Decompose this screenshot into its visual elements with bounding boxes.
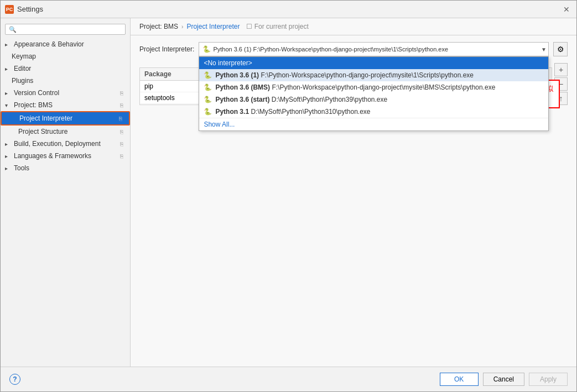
title-bar-left: PC Settings	[5, 5, 43, 14]
sidebar-item-project-bms[interactable]: ▾ Project: BMS ⎘	[1, 99, 130, 111]
copy-icon: ⎘	[120, 102, 123, 108]
interpreter-value: Python 3.6 (1) F:\Python-Workspace\pytho…	[213, 46, 448, 53]
panel-body: Project Interpreter: 🐍 Python 3.6 (1) F:…	[131, 35, 576, 367]
no-interp-label: <No interpreter>	[204, 59, 252, 67]
python-icon: 🐍	[204, 96, 212, 103]
interpreter-label: Project Interpreter:	[139, 45, 194, 53]
dropdown-option-python36-bms[interactable]: 🐍 Python 3.6 (BMS) F:\Python-Workspace\p…	[199, 81, 548, 93]
window-title: Settings	[17, 5, 43, 13]
app-icon: PC	[5, 5, 14, 14]
arrow-icon: ▸	[5, 90, 12, 96]
interpreter-dropdown[interactable]: 🐍 Python 3.6 (1) F:\Python-Workspace\pyt…	[199, 42, 549, 56]
dropdown-option-python31[interactable]: 🐍 Python 3.1 D:\MySoft\Python\Python310\…	[199, 106, 548, 118]
arrow-icon: ▸	[5, 153, 12, 159]
copy-icon: ⎘	[120, 141, 123, 147]
sidebar-item-build-execution[interactable]: ▸ Build, Execution, Deployment ⎘	[1, 138, 130, 150]
add-package-button[interactable]: +	[554, 63, 568, 76]
python-icon-selected: 🐍	[202, 45, 211, 53]
sidebar-item-editor[interactable]: ▸ Editor	[1, 62, 130, 75]
copy-icon: ⎘	[119, 116, 122, 122]
breadcrumb-separator: ›	[181, 24, 183, 30]
option-label: Python 3.1 D:\MySoft\Python\Python310\py…	[215, 108, 370, 116]
breadcrumb-current: Project Interpreter	[186, 23, 240, 30]
cancel-button[interactable]: Cancel	[483, 373, 524, 386]
copy-icon: ⎘	[120, 90, 123, 96]
arrow-icon: ▸	[5, 141, 12, 147]
dropdown-option-python36-1[interactable]: 🐍 Python 3.6 (1) F:\Python-Workspace\pyt…	[199, 69, 548, 81]
sidebar-item-project-interpreter[interactable]: Project Interpreter ⎘	[1, 111, 130, 126]
content-area: 🔍 ▸ Appearance & Behavior Keymap ▸ Edito…	[1, 18, 576, 367]
breadcrumb-sub: ☐ For current project	[246, 23, 308, 30]
sidebar-item-plugins[interactable]: Plugins	[1, 75, 130, 87]
option-label: Python 3.6 (start) D:\MySoft\Python\Pyth…	[215, 96, 387, 103]
sidebar-item-appearance[interactable]: ▸ Appearance & Behavior	[1, 38, 130, 50]
sidebar-item-version-control[interactable]: ▸ Version Control ⎘	[1, 87, 130, 99]
python-icon: 🐍	[204, 71, 212, 79]
sidebar-item-project-structure[interactable]: Project Structure ⎘	[1, 126, 130, 138]
breadcrumb-project: Project: BMS	[139, 23, 178, 30]
search-input[interactable]	[19, 25, 122, 33]
search-box[interactable]: 🔍	[5, 24, 126, 35]
interpreter-dropdown-container: 🐍 Python 3.6 (1) F:\Python-Workspace\pyt…	[199, 42, 549, 56]
copy-icon: ⎘	[120, 153, 123, 159]
search-icon: 🔍	[9, 26, 17, 33]
python-icon: 🐍	[204, 83, 212, 91]
python-icon: 🐍	[204, 108, 212, 116]
arrow-icon: ▸	[5, 41, 12, 48]
option-label: Python 3.6 (1) F:\Python-Workspace\pytho…	[215, 71, 474, 79]
sidebar-item-languages[interactable]: ▸ Languages & Frameworks ⎘	[1, 150, 130, 162]
copy-icon: ⎘	[120, 129, 123, 135]
expand-arrow-icon: ▾	[5, 102, 12, 108]
footer: ? OK Cancel Apply	[1, 367, 576, 391]
close-button[interactable]: ✕	[561, 4, 572, 15]
arrow-icon: ▸	[5, 165, 12, 171]
sidebar-item-tools[interactable]: ▸ Tools	[1, 162, 130, 174]
ok-button[interactable]: OK	[440, 373, 479, 386]
interpreter-dropdown-popup: <No interpreter> 🐍 Python 3.6 (1) F:\Pyt…	[199, 56, 549, 131]
option-label: Python 3.6 (BMS) F:\Python-Workspace\pyt…	[215, 83, 495, 91]
breadcrumb: Project: BMS › Project Interpreter ☐ For…	[131, 18, 576, 35]
right-panel: Project: BMS › Project Interpreter ☐ For…	[131, 18, 576, 367]
footer-buttons: OK Cancel Apply	[440, 373, 568, 386]
dropdown-option-no-interpreter[interactable]: <No interpreter>	[199, 57, 548, 69]
help-button[interactable]: ?	[9, 374, 20, 385]
arrow-icon: ▸	[5, 66, 12, 72]
show-all-option[interactable]: Show All...	[199, 118, 548, 130]
dropdown-option-python36-start[interactable]: 🐍 Python 3.6 (start) D:\MySoft\Python\Py…	[199, 93, 548, 106]
title-bar: PC Settings ✕	[1, 1, 576, 18]
settings-window: PC Settings ✕ 🔍 ▸ Appearance & Behavior …	[0, 0, 577, 392]
sidebar-item-keymap[interactable]: Keymap	[1, 50, 130, 62]
apply-button[interactable]: Apply	[529, 373, 568, 386]
sidebar: 🔍 ▸ Appearance & Behavior Keymap ▸ Edito…	[1, 18, 131, 367]
interpreter-row: Project Interpreter: 🐍 Python 3.6 (1) F:…	[139, 42, 568, 56]
gear-button[interactable]: ⚙	[553, 42, 568, 56]
